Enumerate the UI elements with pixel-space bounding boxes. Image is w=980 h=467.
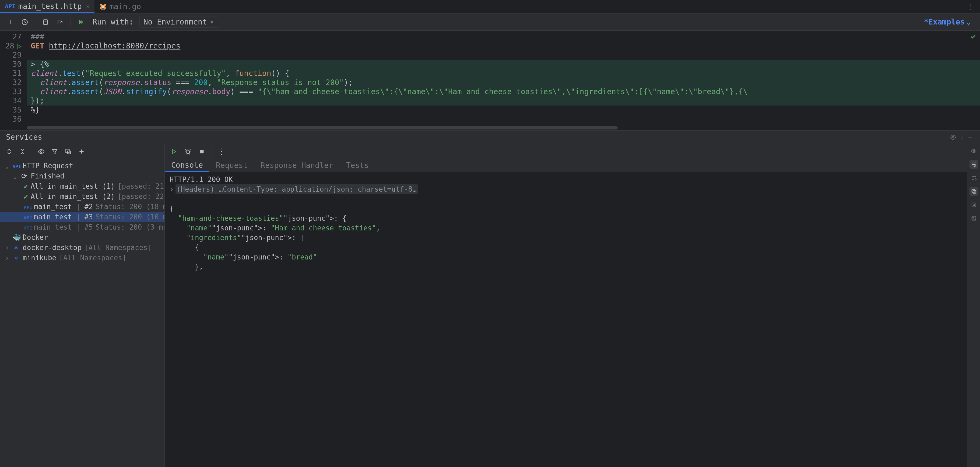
code-line[interactable]: ### (27, 32, 980, 41)
svg-point-6 (186, 150, 190, 153)
tab-main-go[interactable]: 🐹 main.go (94, 0, 146, 13)
examples-label: *Examples (924, 17, 965, 26)
console-toolbar: ⋮ (165, 144, 967, 159)
docker-icon: 🐳 (13, 234, 21, 241)
image-icon[interactable] (969, 214, 978, 222)
close-icon[interactable]: × (86, 3, 90, 10)
add-request-icon[interactable] (6, 18, 14, 26)
add-icon[interactable] (77, 147, 86, 156)
inspection-ok-icon[interactable] (970, 33, 976, 40)
copy-icon[interactable] (969, 187, 978, 196)
examples-link[interactable]: *Examples ⌄ (924, 17, 974, 26)
console-tab-console[interactable]: Console (165, 159, 209, 172)
svg-rect-9 (973, 190, 976, 193)
code-line[interactable] (27, 115, 980, 124)
code-line[interactable]: %} (27, 105, 980, 115)
code-line[interactable]: GET http://localhost:8080/recipes (27, 41, 980, 51)
console-tab-request[interactable]: Request (209, 159, 254, 172)
scroll-to-end-icon[interactable] (969, 174, 978, 182)
tree-row[interactable]: APImain_test | #2 Status: 200 (18 ms) (0, 202, 164, 212)
services-header: Services ⋮ — (0, 130, 980, 144)
soft-wrap-icon[interactable] (969, 160, 978, 169)
svg-rect-1 (43, 20, 48, 24)
editor-tab-strip: API main_test.http × 🐹 main.go ⋮ (0, 0, 980, 13)
code-line[interactable]: }); (27, 96, 980, 105)
horizontal-scrollbar[interactable] (27, 125, 980, 130)
open-new-icon[interactable] (64, 147, 72, 156)
stop-icon[interactable] (197, 147, 206, 156)
import-icon[interactable] (56, 18, 64, 26)
minimize-icon[interactable]: — (966, 133, 974, 141)
api-icon: API (24, 215, 33, 221)
tree-row[interactable]: ⌄APIHTTP Request (0, 161, 164, 171)
console-body-line: { (170, 204, 962, 213)
svg-point-8 (973, 150, 975, 152)
console-body-line: "name""json-punc">: "Ham and cheese toas… (170, 223, 962, 233)
filter-icon[interactable] (50, 147, 59, 156)
tree-row[interactable]: ⌄⟳Finished (0, 171, 164, 181)
chevron-right-icon[interactable]: › (5, 244, 10, 252)
tree-suffix: [All Namespaces] (84, 244, 151, 252)
code-line[interactable]: client.assert(JSON.stringify(response.bo… (27, 87, 980, 96)
tree-label: minikube (22, 254, 56, 262)
rerun-icon[interactable] (170, 147, 178, 156)
tree-row[interactable]: ✔All in main_test (1) [passed: 21 of 21 (0, 181, 164, 191)
console-tab-response-handler[interactable]: Response Handler (254, 159, 340, 172)
console-body-line: "name""json-punc">: "bread" (170, 252, 962, 262)
svg-point-2 (951, 135, 955, 140)
chevron-down-icon[interactable]: ⌄ (13, 172, 18, 180)
code-editor[interactable]: 2728▷2930313233343536 ###GET http://loca… (0, 31, 980, 130)
tree-row[interactable]: ›⎈minikube [All Namespaces] (0, 253, 164, 263)
console-body-line: }, (170, 262, 962, 272)
tree-label: docker-desktop (22, 244, 81, 252)
console-more-icon[interactable]: ⋮ (217, 147, 226, 156)
tree-row[interactable]: APImain_test | #3 Status: 200 (10 ms) (0, 212, 164, 222)
tree-suffix: [passed: 22 of 22 (118, 192, 164, 200)
compare-icon[interactable] (969, 200, 978, 209)
tab-overflow-menu-icon[interactable]: ⋮ (962, 2, 980, 11)
tree-label: HTTP Request (22, 162, 73, 170)
tree-suffix: Status: 200 (18 ms) (95, 203, 164, 211)
code-line[interactable]: client.test("Request executed successful… (27, 69, 980, 78)
chevron-right-icon[interactable]: › (5, 254, 10, 262)
expand-all-icon[interactable] (5, 147, 13, 156)
tree-row[interactable]: ›⎈docker-desktop [All Namespaces] (0, 243, 164, 253)
debug-icon[interactable] (184, 147, 192, 156)
console-body-line: "ingredients""json-punc">: [ (170, 233, 962, 243)
editor-code[interactable]: ###GET http://localhost:8080/recipes> {%… (27, 31, 980, 125)
code-line[interactable] (27, 51, 980, 60)
target-icon[interactable] (950, 134, 958, 140)
convert-icon[interactable] (41, 18, 50, 26)
svg-rect-10 (972, 189, 975, 192)
editor-toolbar: Run with: No Environment ▾ *Examples ⌄ (0, 13, 980, 31)
tree-label: All in main_test (2) (31, 192, 115, 200)
tab-label: main.go (109, 2, 141, 11)
show-icon[interactable] (37, 147, 46, 156)
console-headers-line[interactable]: (Headers) …Content-Type: application/jso… (175, 184, 418, 194)
chevron-down-icon[interactable]: ⌄ (5, 162, 10, 170)
preview-icon[interactable] (969, 147, 978, 155)
check-icon: ✔ (24, 192, 28, 200)
kubernetes-icon: ⎈ (14, 244, 18, 252)
fold-icon[interactable]: › (170, 185, 174, 193)
history-icon[interactable] (21, 18, 29, 26)
tree-row[interactable]: ✔All in main_test (2) [passed: 22 of 22 (0, 191, 164, 202)
tab-main-test-http[interactable]: API main_test.http × (0, 0, 94, 13)
collapse-all-icon[interactable] (18, 147, 27, 156)
api-icon: API (13, 164, 21, 169)
kubernetes-icon: ⎈ (14, 254, 18, 262)
tree-label: Finished (31, 172, 64, 180)
console-pane: ⋮ ConsoleRequestResponse HandlerTests HT… (165, 144, 980, 467)
gutter-run-icon[interactable]: ▷ (17, 41, 22, 51)
environment-dropdown[interactable]: No Environment ▾ (139, 16, 218, 28)
console-tab-tests[interactable]: Tests (340, 159, 375, 172)
tree-row[interactable]: APImain_test | #5 Status: 200 (3 ms) (0, 222, 164, 232)
code-line[interactable]: client.assert(response.status === 200, "… (27, 78, 980, 87)
run-all-icon[interactable] (76, 18, 85, 26)
tree-row[interactable]: 🐳Docker (0, 232, 164, 243)
chevron-down-icon: ▾ (210, 17, 214, 26)
more-icon[interactable]: ⋮ (958, 133, 966, 141)
console-output[interactable]: HTTP/1.1 200 OK›(Headers) …Content-Type:… (165, 172, 967, 467)
services-tree[interactable]: ⌄APIHTTP Request⌄⟳Finished✔All in main_t… (0, 159, 164, 467)
code-line[interactable]: > {% (27, 60, 980, 69)
